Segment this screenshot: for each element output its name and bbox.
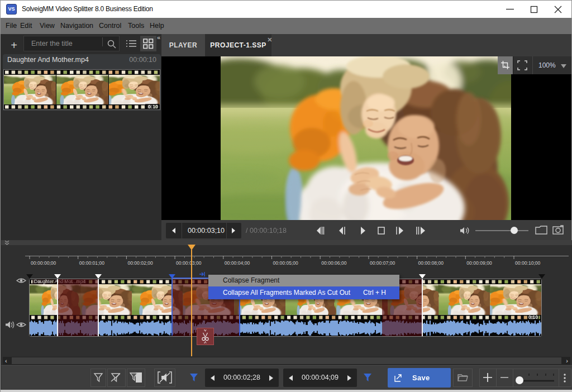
svg-text:00:00:01;00: 00:00:01;00 bbox=[79, 260, 105, 266]
svg-text:00:00:02;00: 00:00:02;00 bbox=[127, 260, 153, 266]
svg-text:00:00:04;00: 00:00:04;00 bbox=[225, 260, 250, 266]
svg-text:0:10: 0:10 bbox=[148, 104, 158, 109]
svg-text:00:00:05;00: 00:00:05;00 bbox=[273, 260, 299, 266]
svg-text:00:00:06;00: 00:00:06;00 bbox=[321, 260, 347, 266]
svg-text:00:00:10;00: 00:00:10;00 bbox=[515, 260, 541, 266]
svg-text:00:00:03;00: 00:00:03;00 bbox=[176, 260, 202, 266]
svg-text:00:00:09;00: 00:00:09;00 bbox=[466, 260, 492, 266]
svg-text:00:00:07;00: 00:00:07;00 bbox=[370, 260, 395, 266]
svg-text:00:00:00;00: 00:00:00;00 bbox=[31, 260, 56, 266]
svg-text:00:00:08;00: 00:00:08;00 bbox=[418, 260, 444, 266]
